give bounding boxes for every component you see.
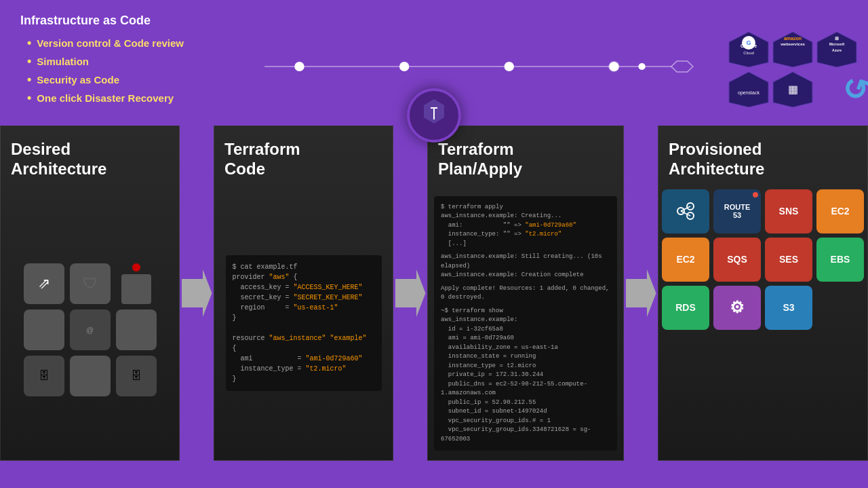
sq3-icon: [116, 309, 157, 350]
ec2a-label: EC2: [831, 206, 849, 217]
provisioned-architecture-title: ProvisionedArchitecture: [658, 126, 867, 186]
shield-icon: 🛡: [70, 263, 111, 304]
sqs-label: SQS: [727, 254, 747, 265]
share-icon: ⇗: [24, 263, 64, 304]
sq2-icon: [24, 309, 64, 350]
arrow-1-shape: [182, 269, 212, 317]
other-cloud-icon: ▦: [772, 71, 814, 109]
terraform-plan-terminal: $ terraform apply aws_instance.example: …: [434, 196, 617, 451]
provisioned-architecture-panel: ProvisionedArchitecture ROUTE53: [658, 126, 868, 461]
ebs-service-icon: EBS: [816, 238, 864, 282]
desired-architecture-title: DesiredArchitecture: [1, 126, 179, 186]
google-cloud-icon: Google Cloud G: [728, 31, 770, 69]
sns-label: SNS: [779, 206, 799, 217]
svg-point-3: [505, 62, 514, 71]
arrow-3: [624, 126, 658, 461]
rds-label: RDS: [675, 302, 696, 313]
slide-title: Infrastructure as Code: [20, 14, 848, 28]
desired-architecture-content: ⇗ 🛡 @ 🗄 🗄: [1, 186, 179, 460]
sns-service-icon: SNS: [765, 189, 812, 233]
route53-red-dot: [753, 192, 758, 198]
bottom-bar: [0, 461, 868, 488]
bullet-1: Version control & Code review: [27, 36, 848, 50]
arrow-3-shape: [626, 269, 656, 317]
svg-text:▦: ▦: [788, 83, 798, 95]
openstack-icon: openstack: [728, 71, 770, 109]
ec2a-service-icon: EC2: [816, 189, 864, 233]
ec2b-service-icon: EC2: [662, 238, 709, 282]
gear-service-icon: ⚙: [713, 286, 761, 330]
terraform-logo: [407, 88, 461, 143]
terraform-plan-content: $ terraform apply aws_instance.example: …: [428, 186, 623, 460]
cylinder1-icon: 🗄: [24, 356, 64, 396]
gear-symbol: ⚙: [730, 298, 745, 317]
svg-point-2: [399, 62, 409, 71]
svg-text:Cloud: Cloud: [743, 51, 754, 55]
sqs-service-icon: SQS: [713, 238, 761, 282]
terraform-code-title: TerraformCode: [214, 126, 393, 186]
aws-services-grid: ROUTE53 SNS EC2 EC2 SQS SES: [662, 189, 864, 330]
terraform-plan-panel: TerraformPlan/Apply $ terraform apply aw…: [427, 126, 624, 461]
svg-marker-14: [729, 72, 768, 107]
cloud-providers: Google Cloud G amazonwebservices ⊞Micros…: [728, 31, 858, 109]
terraform-code-terminal: $ cat example.tf provider "aws" { access…: [226, 255, 382, 391]
svg-point-1: [294, 62, 304, 71]
route53-service-icon: ROUTE53: [713, 189, 761, 233]
terraform-code-content: $ cat example.tf provider "aws" { access…: [214, 186, 393, 460]
azure-icon: ⊞Microsoft Azure: [816, 31, 858, 69]
share-service-icon: [662, 189, 709, 233]
s3-label: S3: [783, 302, 794, 313]
ebs-label: EBS: [831, 254, 850, 265]
sq-icon: [121, 274, 151, 304]
svg-text:openstack: openstack: [738, 90, 760, 96]
amazon-icon: amazonwebservices: [772, 31, 814, 69]
arrow-2: [393, 126, 427, 461]
at-icon: @: [70, 309, 111, 350]
svg-marker-5: [671, 61, 693, 72]
terraform-code-panel: TerraformCode $ cat example.tf provider …: [214, 126, 393, 461]
cylinder2-icon: 🗄: [116, 356, 157, 396]
panels-row: DesiredArchitecture ⇗ 🛡 @ 🗄 🗄: [0, 126, 868, 461]
terraform-plan-title: TerraformPlan/Apply: [428, 126, 623, 186]
svg-point-7: [638, 63, 645, 70]
bullet-3: Security as Code: [27, 73, 848, 87]
ses-service-icon: SES: [765, 238, 812, 282]
provisioned-architecture-content: ROUTE53 SNS EC2 EC2 SQS SES: [658, 186, 867, 460]
pipeline-track: [264, 60, 719, 73]
ec2b-label: EC2: [676, 254, 694, 265]
ses-label: SES: [779, 254, 798, 265]
rds-service-icon: RDS: [662, 286, 709, 330]
s3-service-icon: S3: [765, 286, 812, 330]
arrow-2-shape: [395, 269, 426, 317]
arrow-1: [180, 126, 214, 461]
desired-architecture-panel: DesiredArchitecture ⇗ 🛡 @ 🗄 🗄: [0, 126, 180, 461]
red-dot: [132, 263, 140, 271]
svg-point-4: [609, 62, 618, 71]
sq4-icon: [70, 356, 111, 396]
